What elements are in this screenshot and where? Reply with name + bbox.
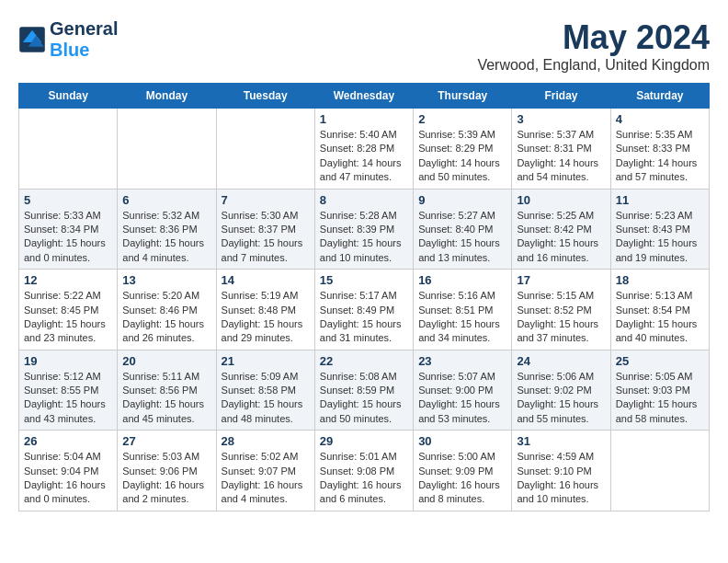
cell-info: Sunrise: 5:37 AM Sunset: 8:31 PM Dayligh… (517, 128, 605, 185)
cell-info: Sunrise: 5:23 AM Sunset: 8:43 PM Dayligh… (616, 209, 704, 266)
calendar-week-5: 26Sunrise: 5:04 AM Sunset: 9:04 PM Dayli… (19, 431, 710, 511)
cell-info: Sunrise: 5:09 AM Sunset: 8:58 PM Dayligh… (222, 370, 310, 427)
cell-info: Sunrise: 5:13 AM Sunset: 8:54 PM Dayligh… (616, 289, 704, 346)
calendar-cell: 21Sunrise: 5:09 AM Sunset: 8:58 PM Dayli… (216, 350, 314, 431)
day-number: 4 (616, 112, 704, 126)
cell-info: Sunrise: 5:28 AM Sunset: 8:39 PM Dayligh… (320, 209, 408, 266)
calendar-cell: 28Sunrise: 5:02 AM Sunset: 9:07 PM Dayli… (216, 431, 314, 511)
day-header-monday: Monday (118, 84, 216, 109)
calendar-cell: 31Sunrise: 4:59 AM Sunset: 9:10 PM Dayli… (512, 431, 610, 511)
day-number: 14 (222, 273, 310, 287)
cell-info: Sunrise: 5:05 AM Sunset: 9:03 PM Dayligh… (616, 370, 704, 427)
calendar-cell: 30Sunrise: 5:00 AM Sunset: 9:09 PM Dayli… (414, 431, 512, 511)
calendar-table: SundayMondayTuesdayWednesdayThursdayFrid… (18, 83, 710, 511)
calendar-cell: 11Sunrise: 5:23 AM Sunset: 8:43 PM Dayli… (610, 189, 709, 270)
days-header-row: SundayMondayTuesdayWednesdayThursdayFrid… (19, 84, 710, 109)
calendar-cell: 10Sunrise: 5:25 AM Sunset: 8:42 PM Dayli… (512, 189, 610, 270)
day-number: 22 (320, 354, 408, 368)
cell-info: Sunrise: 5:00 AM Sunset: 9:09 PM Dayligh… (418, 450, 506, 507)
logo-icon (18, 26, 46, 53)
calendar-cell: 2Sunrise: 5:39 AM Sunset: 8:29 PM Daylig… (414, 109, 512, 190)
calendar-cell: 9Sunrise: 5:27 AM Sunset: 8:40 PM Daylig… (414, 189, 512, 270)
calendar-week-2: 5Sunrise: 5:33 AM Sunset: 8:34 PM Daylig… (19, 189, 710, 270)
calendar-cell: 15Sunrise: 5:17 AM Sunset: 8:49 PM Dayli… (314, 270, 413, 350)
title-area: May 2024 Verwood, England, United Kingdo… (477, 18, 710, 74)
day-header-saturday: Saturday (610, 84, 709, 109)
day-number: 18 (616, 273, 704, 287)
day-number: 20 (122, 354, 210, 368)
cell-info: Sunrise: 5:02 AM Sunset: 9:07 PM Dayligh… (222, 450, 310, 507)
day-number: 13 (122, 273, 210, 287)
day-number: 26 (24, 434, 112, 448)
day-number: 11 (616, 193, 704, 207)
cell-info: Sunrise: 5:16 AM Sunset: 8:51 PM Dayligh… (418, 289, 506, 346)
day-number: 28 (222, 434, 310, 448)
cell-info: Sunrise: 5:30 AM Sunset: 8:37 PM Dayligh… (222, 209, 310, 266)
cell-info: Sunrise: 5:04 AM Sunset: 9:04 PM Dayligh… (24, 450, 112, 507)
cell-info: Sunrise: 5:07 AM Sunset: 9:00 PM Dayligh… (418, 370, 506, 427)
cell-info: Sunrise: 5:15 AM Sunset: 8:52 PM Dayligh… (517, 289, 605, 346)
day-number: 29 (320, 434, 408, 448)
day-number: 15 (320, 273, 408, 287)
calendar-cell: 27Sunrise: 5:03 AM Sunset: 9:06 PM Dayli… (118, 431, 216, 511)
day-header-wednesday: Wednesday (314, 84, 413, 109)
day-number: 17 (517, 273, 605, 287)
calendar-week-3: 12Sunrise: 5:22 AM Sunset: 8:45 PM Dayli… (19, 270, 710, 350)
cell-info: Sunrise: 5:33 AM Sunset: 8:34 PM Dayligh… (24, 209, 112, 266)
cell-info: Sunrise: 5:17 AM Sunset: 8:49 PM Dayligh… (320, 289, 408, 346)
calendar-cell: 12Sunrise: 5:22 AM Sunset: 8:45 PM Dayli… (19, 270, 118, 350)
calendar-cell: 23Sunrise: 5:07 AM Sunset: 9:00 PM Dayli… (414, 350, 512, 431)
day-header-friday: Friday (512, 84, 610, 109)
calendar-cell: 18Sunrise: 5:13 AM Sunset: 8:54 PM Dayli… (610, 270, 709, 350)
day-number: 7 (222, 193, 310, 207)
calendar-cell (118, 109, 216, 190)
cell-info: Sunrise: 5:19 AM Sunset: 8:48 PM Dayligh… (222, 289, 310, 346)
cell-info: Sunrise: 5:25 AM Sunset: 8:42 PM Dayligh… (517, 209, 605, 266)
day-number: 12 (24, 273, 112, 287)
day-number: 2 (418, 112, 506, 126)
cell-info: Sunrise: 5:12 AM Sunset: 8:55 PM Dayligh… (24, 370, 112, 427)
calendar-cell: 26Sunrise: 5:04 AM Sunset: 9:04 PM Dayli… (19, 431, 118, 511)
calendar-cell (19, 109, 118, 190)
cell-info: Sunrise: 5:35 AM Sunset: 8:33 PM Dayligh… (616, 128, 704, 185)
calendar-cell: 25Sunrise: 5:05 AM Sunset: 9:03 PM Dayli… (610, 350, 709, 431)
day-number: 9 (418, 193, 506, 207)
calendar-cell: 3Sunrise: 5:37 AM Sunset: 8:31 PM Daylig… (512, 109, 610, 190)
calendar-cell: 16Sunrise: 5:16 AM Sunset: 8:51 PM Dayli… (414, 270, 512, 350)
day-number: 21 (222, 354, 310, 368)
day-number: 10 (517, 193, 605, 207)
calendar-cell: 24Sunrise: 5:06 AM Sunset: 9:02 PM Dayli… (512, 350, 610, 431)
calendar-cell: 14Sunrise: 5:19 AM Sunset: 8:48 PM Dayli… (216, 270, 314, 350)
calendar-cell (216, 109, 314, 190)
calendar-cell: 20Sunrise: 5:11 AM Sunset: 8:56 PM Dayli… (118, 350, 216, 431)
calendar-cell: 22Sunrise: 5:08 AM Sunset: 8:59 PM Dayli… (314, 350, 413, 431)
calendar-cell (610, 431, 709, 511)
cell-info: Sunrise: 5:39 AM Sunset: 8:29 PM Dayligh… (418, 128, 506, 185)
day-number: 30 (418, 434, 506, 448)
calendar-cell: 17Sunrise: 5:15 AM Sunset: 8:52 PM Dayli… (512, 270, 610, 350)
logo-text: General Blue (50, 18, 118, 61)
day-number: 27 (122, 434, 210, 448)
calendar-cell: 19Sunrise: 5:12 AM Sunset: 8:55 PM Dayli… (19, 350, 118, 431)
day-header-thursday: Thursday (414, 84, 512, 109)
calendar-week-1: 1Sunrise: 5:40 AM Sunset: 8:28 PM Daylig… (19, 109, 710, 190)
day-header-sunday: Sunday (19, 84, 118, 109)
day-number: 6 (122, 193, 210, 207)
day-number: 23 (418, 354, 506, 368)
calendar-cell: 5Sunrise: 5:33 AM Sunset: 8:34 PM Daylig… (19, 189, 118, 270)
day-header-tuesday: Tuesday (216, 84, 314, 109)
cell-info: Sunrise: 5:20 AM Sunset: 8:46 PM Dayligh… (122, 289, 210, 346)
day-number: 16 (418, 273, 506, 287)
calendar-week-4: 19Sunrise: 5:12 AM Sunset: 8:55 PM Dayli… (19, 350, 710, 431)
day-number: 25 (616, 354, 704, 368)
calendar-cell: 6Sunrise: 5:32 AM Sunset: 8:36 PM Daylig… (118, 189, 216, 270)
cell-info: Sunrise: 5:27 AM Sunset: 8:40 PM Dayligh… (418, 209, 506, 266)
day-number: 1 (320, 112, 408, 126)
day-number: 19 (24, 354, 112, 368)
day-number: 3 (517, 112, 605, 126)
day-number: 31 (517, 434, 605, 448)
day-number: 24 (517, 354, 605, 368)
page-header: General Blue May 2024 Verwood, England, … (18, 18, 710, 74)
cell-info: Sunrise: 5:11 AM Sunset: 8:56 PM Dayligh… (122, 370, 210, 427)
calendar-cell: 1Sunrise: 5:40 AM Sunset: 8:28 PM Daylig… (314, 109, 413, 190)
